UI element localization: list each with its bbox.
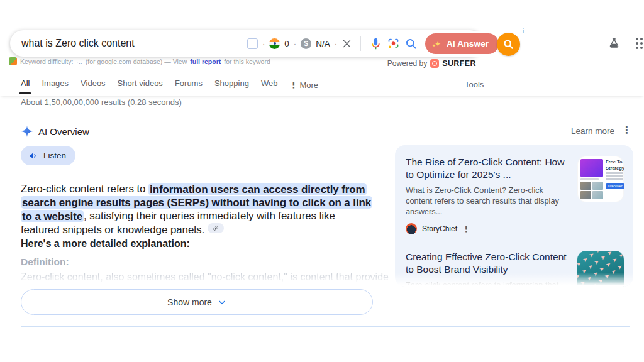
- separator-dot: ·: [335, 39, 337, 48]
- chevron-down-icon: [218, 298, 226, 307]
- tab-shopping[interactable]: Shopping: [214, 77, 249, 94]
- listen-button[interactable]: Listen: [21, 146, 75, 165]
- show-more-label: Show more: [167, 297, 212, 307]
- article-source: StoryChief: [422, 224, 457, 233]
- show-more-button[interactable]: Show more: [21, 289, 373, 315]
- article-card[interactable]: The Rise of Zero-Click Content: How to O…: [406, 156, 624, 234]
- separator-dot: ·: [294, 39, 296, 48]
- tab-all[interactable]: All: [21, 77, 30, 94]
- search-bar[interactable]: what is Zero click content · 0 · $ N/A ·: [10, 30, 483, 57]
- article-thumbnail[interactable]: ➤➤➤➤➤➤➤➤➤➤➤➤➤➤➤➤➤➤➤➤➤➤➤➤➤➤➤➤➤➤➤➤➤➤➤➤➤➤➤➤: [577, 251, 624, 287]
- related-articles-panel: The Rise of Zero-Click Content: How to O…: [395, 145, 633, 287]
- tools-button[interactable]: Tools: [465, 80, 484, 89]
- magnifier-icon: [502, 38, 514, 50]
- google-apps-grid-icon[interactable]: [636, 38, 644, 49]
- search-icon[interactable]: [404, 37, 418, 50]
- learn-more-link[interactable]: Learn more: [571, 126, 614, 136]
- detailed-explanation-heading: Here's a more detailed explanation:: [21, 238, 190, 250]
- dollar-icon: $: [301, 38, 311, 49]
- card-menu-icon[interactable]: ⋮: [462, 224, 470, 234]
- region-metric-value: 0: [284, 39, 289, 48]
- search-input[interactable]: what is Zero click content: [10, 38, 247, 49]
- surfer-logo-icon: [430, 59, 439, 68]
- info-badge: i: [523, 28, 524, 34]
- full-report-link[interactable]: full report: [190, 58, 221, 65]
- citation-link-chip[interactable]: [208, 223, 224, 233]
- panel-divider: [406, 243, 624, 243]
- thumb-heading: Free To: [606, 160, 624, 165]
- overflow-menu-icon[interactable]: ⋮: [622, 124, 631, 136]
- powered-by: Powered by SURFER: [387, 59, 476, 68]
- ai-overview-title: AI Overview: [38, 126, 89, 137]
- microphone-icon[interactable]: [369, 37, 382, 50]
- tab-web[interactable]: Web: [261, 77, 278, 94]
- thumb-hero-block: [580, 159, 603, 177]
- ai-overview-paragraph: Zero-click content refers to information…: [21, 182, 373, 236]
- tab-videos[interactable]: Videos: [80, 77, 106, 94]
- database-note: (for google.com database) — View: [86, 58, 187, 65]
- article-title[interactable]: Creating Effective Zero-Click Content to…: [406, 251, 570, 275]
- results-tabbar: All Images Videos Short videos Forums Sh…: [0, 77, 644, 96]
- india-flag-icon: [269, 38, 280, 49]
- results-stats: About 1,50,00,00,000 results (0.28 secon…: [21, 97, 182, 107]
- speaker-icon: [28, 151, 38, 161]
- para-start: Zero-click content refers to: [21, 183, 148, 195]
- tab-short-videos[interactable]: Short videos: [118, 77, 163, 94]
- tab-images[interactable]: Images: [42, 77, 69, 94]
- ai-answer-label: AI Answer: [447, 39, 489, 48]
- cpc-metric-value: N/A: [316, 39, 330, 48]
- article-description: Zero-click content refers to information…: [406, 280, 570, 287]
- google-lens-icon[interactable]: [387, 37, 400, 50]
- seo-metrics-cluster: · 0 · $ N/A ·: [247, 36, 418, 51]
- seoquake-bar: Keyword difficulty: ·.. (for google.com …: [9, 57, 270, 65]
- labs-flask-icon[interactable]: [608, 36, 621, 50]
- storychief-logo-icon: [406, 223, 417, 234]
- seoquake-icon: [9, 57, 17, 65]
- tab-more[interactable]: ⋮ More: [289, 77, 318, 94]
- cursor-pattern-graphic: ➤➤➤➤➤➤➤➤➤➤➤➤➤➤➤➤➤➤➤➤➤➤➤➤➤➤➤➤➤➤➤➤➤➤➤➤➤➤➤➤: [577, 251, 624, 287]
- ai-overview-header: AI Overview: [21, 125, 89, 138]
- keyword-difficulty-label: Keyword difficulty:: [20, 58, 73, 65]
- divider: [360, 36, 361, 51]
- more-dots-icon: ⋮: [289, 79, 297, 92]
- surfer-brand: SURFER: [442, 59, 476, 68]
- ai-overview-star-icon: [21, 125, 33, 138]
- definition-label: Definition:: [21, 256, 69, 268]
- seo-checkbox[interactable]: [247, 38, 258, 49]
- ai-answer-button[interactable]: ✦✦ AI Answer: [425, 33, 499, 54]
- sparkle-icon: ✦✦: [433, 39, 442, 49]
- thumb-heading: Strategy: [606, 166, 624, 171]
- thumb-button: Discover: [606, 183, 624, 189]
- more-label: More: [299, 79, 318, 92]
- article-card[interactable]: Creating Effective Zero-Click Content to…: [406, 251, 624, 287]
- section-divider: [21, 326, 630, 327]
- article-thumbnail[interactable]: Free To Strategy Discover: [577, 156, 624, 202]
- surfer-search-button[interactable]: [497, 33, 520, 56]
- link-icon: [212, 224, 219, 232]
- separator-dot: ·: [262, 39, 265, 48]
- tab-forums[interactable]: Forums: [175, 77, 203, 94]
- article-description: What is Zero-Click Content? Zero-click c…: [406, 185, 570, 217]
- clear-icon[interactable]: [341, 38, 352, 49]
- truncated-definition-text: Zero-click content, also sometimes calle…: [21, 272, 389, 283]
- powered-by-label: Powered by: [387, 59, 427, 68]
- article-title[interactable]: The Rise of Zero-Click Content: How to O…: [406, 156, 570, 180]
- listen-label: Listen: [43, 151, 66, 160]
- keyword-suffix: for this keyword: [224, 58, 270, 65]
- loading-dots: ·..: [76, 58, 82, 65]
